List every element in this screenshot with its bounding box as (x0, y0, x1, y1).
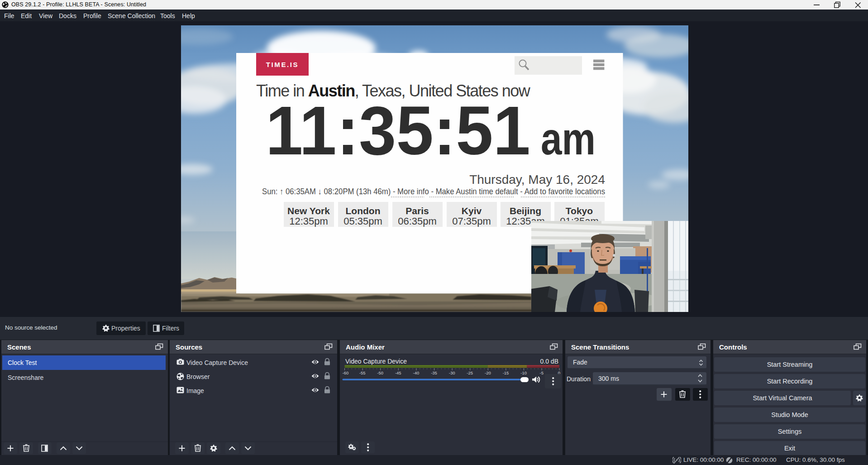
svg-text:-50: -50 (377, 370, 383, 375)
svg-text:London: London (346, 206, 381, 216)
svg-text:am: am (541, 113, 596, 164)
svg-text:-60: -60 (343, 370, 349, 375)
svg-text:-5: -5 (539, 370, 543, 375)
svg-text:-45: -45 (395, 370, 401, 375)
svg-text:05:35pm: 05:35pm (343, 216, 382, 227)
svg-text:11:35:51: 11:35:51 (266, 92, 530, 169)
svg-text:-55: -55 (359, 370, 366, 375)
svg-text:Beijing: Beijing (510, 206, 541, 216)
svg-text:TIME.IS: TIME.IS (266, 61, 299, 68)
svg-text:-40: -40 (413, 370, 420, 375)
svg-text:Kyiv: Kyiv (462, 206, 482, 216)
svg-text:Sun: ↑ 06:35AM ↓ 08:20PM (13h: Sun: ↑ 06:35AM ↓ 08:20PM (13h 46m) - Mor… (262, 187, 605, 196)
svg-text:-20: -20 (485, 370, 491, 375)
svg-text:Paris: Paris (405, 206, 429, 216)
svg-text:12:35pm: 12:35pm (289, 216, 328, 227)
svg-text:07:35pm: 07:35pm (452, 216, 491, 227)
svg-text:-25: -25 (467, 370, 473, 375)
svg-text:Thursday, May 16, 2024: Thursday, May 16, 2024 (469, 173, 605, 187)
svg-text:06:35pm: 06:35pm (398, 216, 437, 227)
svg-text:-30: -30 (449, 370, 455, 375)
svg-text:-35: -35 (431, 370, 437, 375)
svg-text:New York: New York (287, 206, 330, 216)
svg-text:-15: -15 (503, 370, 509, 375)
svg-text:-10: -10 (520, 370, 527, 375)
svg-text:Tokyo: Tokyo (566, 206, 593, 216)
